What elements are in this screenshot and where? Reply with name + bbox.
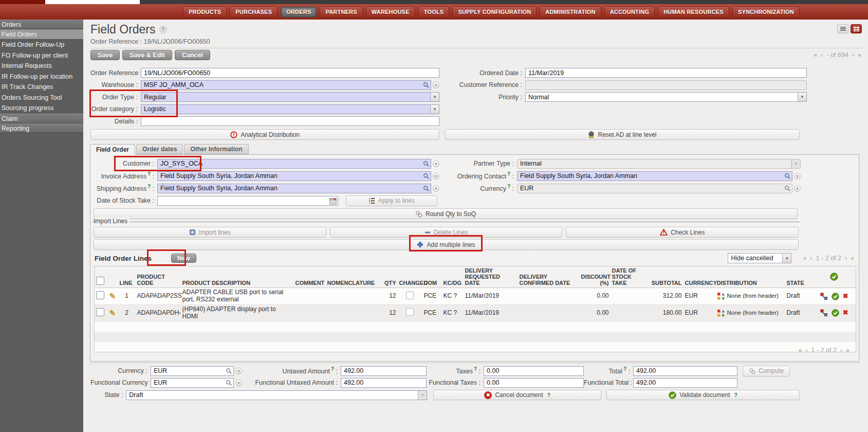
date-of-stock-take-field[interactable] <box>157 196 338 206</box>
search-icon[interactable] <box>784 173 791 179</box>
list-view-button[interactable] <box>837 24 848 33</box>
validate-document-button[interactable]: Validate document ? <box>606 390 800 400</box>
previous-page-icon[interactable]: ‹ <box>805 347 807 354</box>
calendar-icon[interactable] <box>329 197 337 205</box>
customer-field[interactable]: JO_SYS_OCA <box>157 159 431 169</box>
chevron-down-icon[interactable]: ▼ <box>430 105 439 114</box>
search-icon[interactable] <box>423 82 430 88</box>
sidebar-item-sourcing-progress[interactable]: Sourcing progress <box>0 103 83 114</box>
search-icon[interactable] <box>226 380 232 386</box>
sidebar-section-orders[interactable]: Orders <box>0 20 83 29</box>
add-multiple-lines-button[interactable]: Add multiple lines <box>94 239 799 250</box>
search-icon[interactable] <box>226 368 232 374</box>
check-lines-button[interactable]: Check Lines <box>566 227 799 238</box>
currency-field[interactable]: EUR <box>151 366 234 376</box>
first-record-icon[interactable]: « <box>814 51 817 59</box>
order-reference-field[interactable]: 19/NL/JO006/FO00650 <box>141 68 439 78</box>
sidebar-item-orders-sourcing-tool[interactable]: Orders Sourcing Tool <box>0 93 83 103</box>
edit-pencil-icon[interactable]: ✎ <box>109 309 116 317</box>
chevron-down-icon[interactable]: ▼ <box>798 93 806 101</box>
cancel-document-button[interactable]: ✖ Cancel document ? <box>433 390 601 400</box>
row-checkbox[interactable] <box>96 291 104 299</box>
col-product-description[interactable]: PRODUCT DESCRIPTION <box>181 266 294 288</box>
nav-accounting[interactable]: ACCOUNTING <box>604 7 655 17</box>
nav-synchronization[interactable]: SYNCHRONIZATION <box>732 7 800 17</box>
col-qty[interactable]: QTY <box>379 266 398 288</box>
nav-products[interactable]: PRODUCTS <box>183 7 227 17</box>
validate-line-icon[interactable] <box>832 293 839 300</box>
col-state[interactable]: STATE <box>785 266 813 288</box>
col-uom[interactable]: UOM <box>422 266 442 288</box>
chevron-down-icon[interactable]: ▼ <box>782 254 791 263</box>
sidebar-item-ir-track-changes[interactable]: IR Track Changes <box>0 82 83 93</box>
row-checkbox[interactable] <box>96 308 104 316</box>
sidebar-section-reporting[interactable]: Reporting <box>0 123 83 133</box>
priority-select[interactable]: Normal ▼ <box>525 92 807 102</box>
analytical-distribution-button[interactable]: Analytical Distribution <box>90 129 439 140</box>
nav-warehouse[interactable]: WAREHOUSE <box>366 7 415 17</box>
ordered-date-field[interactable]: 11/Mar/2019 <box>525 68 807 78</box>
previous-page-icon[interactable]: ‹ <box>810 255 812 262</box>
nav-orders[interactable]: ORDERS <box>281 7 317 17</box>
save-and-edit-button[interactable]: Save & Edit <box>122 50 172 60</box>
nav-tools[interactable]: TOOLS <box>418 7 450 17</box>
last-record-icon[interactable]: » <box>858 51 861 59</box>
shipping-address-field[interactable]: Field Supply South Syria, Jordan Amman <box>157 184 431 193</box>
sidebar-item-field-orders[interactable]: Field Orders <box>0 29 83 40</box>
select-all-checkbox[interactable] <box>96 277 104 285</box>
invoice-address-dropdown-icon[interactable]: ▼ <box>433 173 439 179</box>
distribution-icon[interactable] <box>717 292 725 300</box>
form-view-button[interactable] <box>851 24 862 33</box>
sidebar-item-fo-follow-up-per-client[interactable]: FO Follow-up per client <box>0 50 83 61</box>
functional-currency-field[interactable]: EUR <box>151 378 234 388</box>
validate-line-icon[interactable] <box>832 309 839 317</box>
ordering-contact-field[interactable]: Field Supply South Syria, Jordan Amman <box>517 171 792 181</box>
col-comment[interactable]: COMMENT <box>294 266 326 288</box>
col-product-code[interactable]: PRODUCT CODE <box>136 266 181 288</box>
order-type-select[interactable]: Regular ▼ <box>141 92 439 102</box>
next-page-icon[interactable]: › <box>840 347 842 354</box>
previous-record-icon[interactable]: ‹ <box>821 51 823 59</box>
col-discount[interactable]: DISCOUNT (%) <box>580 266 611 288</box>
delete-line-icon[interactable]: ✖ <box>843 309 848 317</box>
import-lines-button[interactable]: Import lines <box>94 227 326 238</box>
changed-checkbox[interactable] <box>406 308 414 316</box>
tab-field-order[interactable]: Field Order <box>90 144 135 155</box>
col-date-of-stock-take[interactable]: DATE OF STOCK TAKE <box>611 266 648 288</box>
order-category-select[interactable]: Logistic ▼ <box>141 104 439 114</box>
col-delivery-requested[interactable]: DELIVERY REQUESTED DATE <box>464 266 518 288</box>
apply-to-lines-button[interactable]: Apply to lines <box>346 195 437 206</box>
save-button[interactable]: Save <box>90 50 120 60</box>
chevron-down-icon[interactable]: ▼ <box>430 93 439 101</box>
col-nomenclature[interactable]: NOMENCLATURE <box>326 266 379 288</box>
col-kcdg[interactable]: KC/DG <box>442 266 464 288</box>
compute-button[interactable]: Compute <box>743 366 790 376</box>
last-page-icon[interactable]: » <box>851 255 854 262</box>
warehouse-dropdown-icon[interactable]: ▼ <box>433 82 439 88</box>
customer-reference-field[interactable] <box>525 80 807 90</box>
next-page-icon[interactable]: › <box>845 255 847 262</box>
shipping-address-dropdown-icon[interactable]: ▼ <box>433 185 439 192</box>
customer-dropdown-icon[interactable]: ▼ <box>433 160 439 167</box>
functional-currency-dropdown-icon[interactable]: ▼ <box>235 380 242 386</box>
round-qty-button[interactable]: Round Qty to SoQ <box>94 208 798 219</box>
col-subtotal[interactable]: SUBTOTAL <box>648 266 684 288</box>
currency-dropdown-icon[interactable]: ▼ <box>235 368 242 374</box>
nav-human-resources[interactable]: HUMAN RESOURCES <box>658 7 729 17</box>
tab-other-information[interactable]: Other Information <box>184 144 248 154</box>
col-distribution[interactable]: DISTRIBUTION <box>715 266 785 288</box>
sidebar-item-field-order-follow-up[interactable]: Field Order Follow-Up <box>0 40 83 50</box>
nav-partners[interactable]: PARTNERS <box>320 7 362 17</box>
next-record-icon[interactable]: › <box>852 51 854 59</box>
line-distribution-icon[interactable] <box>820 309 828 317</box>
search-icon[interactable] <box>423 173 430 179</box>
tab-order-dates[interactable]: Order dates <box>136 144 183 154</box>
search-icon[interactable] <box>423 160 430 167</box>
first-page-icon[interactable]: « <box>803 255 806 262</box>
details-field[interactable] <box>141 116 439 126</box>
delete-lines-button[interactable]: Delete Lines <box>330 227 563 238</box>
col-line[interactable]: LINE <box>118 266 136 288</box>
first-page-icon[interactable]: « <box>798 347 802 354</box>
nav-administration[interactable]: ADMINISTRATION <box>540 7 601 17</box>
sidebar-item-internal-requests[interactable]: Internal Requests <box>0 61 83 71</box>
